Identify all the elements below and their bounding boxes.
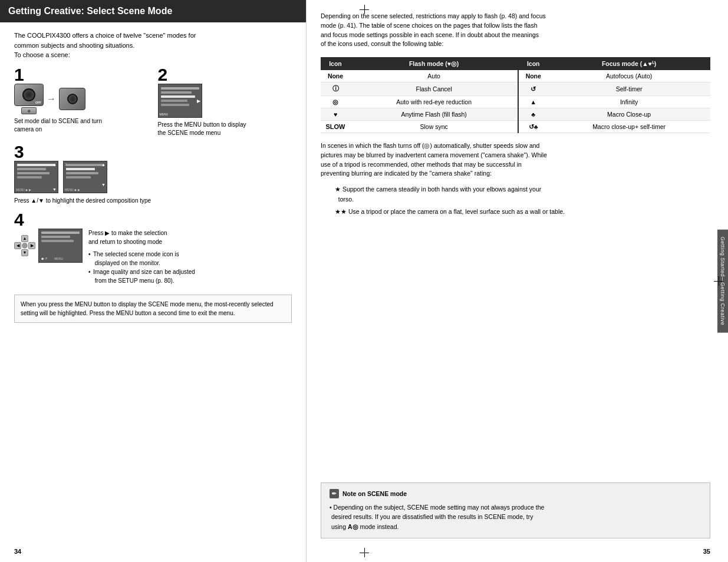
camera-body-2	[59, 88, 85, 110]
screen-line	[17, 176, 42, 178]
intro-line-3: To choose a scene:	[14, 50, 292, 60]
step-3-caption: Press ▲/▼ to highlight the desired compo…	[14, 197, 292, 205]
screen-mock-4: 🔲 P MENU	[38, 229, 83, 263]
screen-4-p: P	[45, 257, 47, 260]
focus-autofocus: Autofocus (Auto)	[548, 70, 710, 82]
step-4-content: ▲ ▼ ◀ ▶	[14, 229, 292, 285]
step-1-camera: OFF ◎	[14, 84, 44, 114]
dpad-up: ▲	[21, 235, 28, 242]
page-title: Getting Creative: Select Scene Mode	[8, 6, 172, 16]
table-row: ♥ Anytime Flash (fill flash) ♣ Macro Clo…	[321, 108, 710, 121]
reg-mark-right	[714, 276, 723, 286]
steps-1-2: 1 OFF ◎ → Set mode dial to SC	[14, 66, 292, 137]
col-focus-header: Focus mode (▲♥ᴸ)	[548, 57, 710, 70]
screen-line	[66, 164, 104, 166]
screen-line	[41, 232, 80, 234]
intro-text: The COOLPIX4300 offers a choice of twelv…	[14, 31, 292, 60]
dpad-left: ◀	[14, 242, 21, 249]
screen-4-icon: 🔲	[41, 257, 44, 260]
focus-self-timer: Self-timer	[548, 82, 710, 96]
menu-label: MENU	[160, 113, 169, 116]
table-row: ◎ Auto with red-eye reduction ▲ Infinity	[321, 96, 710, 108]
screen-mock-3a: MENU ◆ ▶ ▲ ▼	[14, 161, 58, 193]
col-flash-header: Flash mode (♥◎)	[350, 57, 518, 70]
dpad-right: ▶	[28, 242, 35, 249]
icon-1-slow: SLOW	[321, 121, 350, 133]
screen-line-hi	[17, 164, 55, 166]
icon-1-cancel: ⓘ	[321, 82, 350, 96]
menu-label-3a: MENU ◆ ▶	[16, 188, 31, 191]
left-note-text: When you press the MENU button to displa…	[21, 301, 274, 316]
intro-line-1: The COOLPIX4300 offers a choice of twelv…	[14, 31, 292, 41]
table-row: SLOW Slow sync ↺♣ Macro close-up+ self-t…	[321, 121, 710, 133]
screen-line	[161, 87, 199, 90]
step-2-block: 2 MENU ▶ Press	[158, 66, 292, 137]
intro-line-2: common subjects and shooting situations.	[14, 41, 292, 51]
step-4-number: 4	[14, 211, 292, 229]
reg-mark-bottom	[360, 548, 369, 557]
mode-icon: A◎	[348, 523, 358, 530]
focus-macro: Macro Close-up	[548, 108, 710, 121]
bullet-2: Image quality and size can be adjusted f…	[88, 267, 195, 285]
icon-2-macro-timer: ↺♣	[518, 121, 548, 133]
step-2-number: 2	[158, 66, 292, 84]
note-icon: ✏	[330, 489, 339, 498]
camera-lens-1	[22, 88, 35, 101]
flash-auto: Auto	[350, 70, 518, 82]
step-1-block: 1 OFF ◎ → Set mode dial to SC	[14, 66, 149, 137]
screen-arrow: ▶	[197, 98, 200, 103]
camera-lens-2	[67, 94, 78, 104]
icon-1-redeye: ◎	[321, 96, 350, 108]
screen-line	[161, 104, 190, 106]
shake-bullet-2: Use a tripod or place the camera on a fl…	[327, 207, 710, 217]
right-intro: Depending on the scene selected, restric…	[321, 12, 710, 49]
arrow-up-3b: ▲	[101, 163, 106, 167]
icon-1-none: None	[321, 70, 350, 82]
right-note-box: ✏ Note on SCENE mode • Depending on the …	[321, 482, 710, 538]
icon-2-self-timer: ↺	[518, 82, 548, 96]
camera-off-label: OFF	[35, 101, 41, 104]
screen-mock-3b: ▲ ▼ MENU ◆ ▶ 2	[63, 161, 107, 193]
focus-macro-timer: Macro close-up+ self-timer	[548, 121, 710, 133]
screen-content-2	[159, 84, 202, 109]
screen-line	[66, 176, 91, 178]
left-page: Getting Creative: Select Scene Mode The …	[0, 0, 307, 562]
screen-line	[17, 168, 46, 170]
icon-1-fill: ♥	[321, 108, 350, 121]
right-page-number: 35	[703, 548, 710, 555]
note-bullet-marker: •	[330, 504, 332, 511]
screen-line	[161, 100, 188, 102]
dpad-center	[22, 243, 28, 249]
dpad: ▲ ▼ ◀ ▶	[14, 235, 35, 256]
step-4-caption: Press ▶ to make the selectionand return …	[88, 229, 195, 246]
flash-fill: Anytime Flash (fill flash)	[350, 108, 518, 121]
arrow-dn-3a: ▼	[52, 187, 57, 191]
arrow-up-3a: ▲	[52, 163, 57, 167]
arrow-icon: →	[47, 94, 56, 104]
screen-line-highlighted	[161, 95, 196, 98]
icon-2-infinity: ▲	[518, 96, 548, 108]
step-4-row: ▲ ▼ ◀ ▶	[14, 229, 83, 263]
step-1-caption: Set mode dial to SCENE and turncamera on	[14, 117, 149, 134]
note-title-row: ✏ Note on SCENE mode	[330, 489, 701, 499]
screen-line-hi	[66, 168, 95, 170]
step-2-images: MENU ▶	[158, 84, 292, 118]
screen-line	[17, 172, 50, 174]
col-icon-2-header: Icon	[518, 57, 548, 70]
menu-label-3b: MENU ◆ ▶	[65, 188, 80, 191]
step-4-text: Press ▶ to make the selectionand return …	[88, 229, 195, 285]
screen-line	[66, 172, 98, 174]
dpad-down: ▼	[21, 249, 28, 256]
screen-4-menu: MENU	[54, 257, 63, 260]
shake-intro: In scenes in which the flash turns off (…	[321, 141, 710, 178]
step-3-number: 3	[14, 143, 292, 161]
step-1-number: 1	[14, 66, 149, 84]
flash-redeye: Auto with red-eye reduction	[350, 96, 518, 108]
arrow-dn-3b: ▼	[101, 183, 106, 187]
screen-line	[41, 236, 70, 238]
step-1-images: OFF ◎ →	[14, 84, 149, 114]
screen-3b-content	[64, 161, 107, 181]
note-content: • Depending on the subject, SCENE mode s…	[330, 503, 701, 532]
note-bullet-text: Depending on the subject, SCENE mode set…	[330, 504, 544, 531]
screen-4-content	[39, 229, 82, 246]
